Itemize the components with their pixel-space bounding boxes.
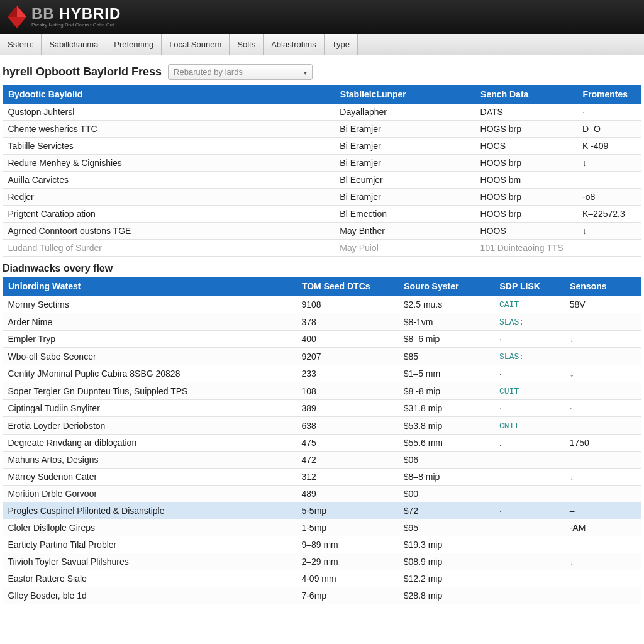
cell: 108 <box>296 382 398 400</box>
cell: Bl Eeumjer <box>335 172 475 189</box>
cell: $19.3 mip <box>399 536 494 553</box>
tab-bar: Sstern: Sabillchanma Prefenning Local So… <box>0 34 644 55</box>
cell: CUIT <box>494 382 565 400</box>
down-arrow-icon: ↓ <box>570 557 574 567</box>
table-row[interactable]: Agrned Conntoort oustons TGEMay BntherHO… <box>3 223 641 240</box>
cell: $12.2 mip <box>399 570 494 587</box>
cell <box>494 536 565 553</box>
table-row[interactable]: Glley Bosder, ble 1d7-6mp$28.8 mip <box>3 587 641 604</box>
cell: $06 <box>399 452 494 469</box>
cell <box>565 452 641 469</box>
cell: HOGS brp <box>475 121 577 138</box>
table-row[interactable]: Cenlity JMoninal Puplic Cabira 8SBG 2082… <box>3 365 641 382</box>
tab-type[interactable]: Type <box>325 34 358 55</box>
cell: HOOS brp <box>475 189 577 206</box>
diamond-icon <box>6 4 28 30</box>
cell: 4-09 mm <box>296 570 398 587</box>
cell: May Puiol <box>335 240 475 257</box>
cell: Bi Eramjer <box>335 138 475 155</box>
filter-select[interactable]: Rebaruted by lards ▾ <box>168 64 313 80</box>
table-row[interactable]: Earticty Partino Tilal Probler9–89 mm$19… <box>3 536 641 553</box>
cell: Mornry Sectims <box>3 296 297 313</box>
table-row[interactable]: RedjerBi EramjerHOOS brp-o8 <box>3 189 641 206</box>
table-row[interactable]: Chente wesherics TTCBi EramjerHOGS brpD–… <box>3 121 641 138</box>
cell: -o8 <box>577 189 641 206</box>
cell: $72 <box>399 502 494 519</box>
col-bydootic[interactable]: Bydootic Baylolid <box>3 86 335 104</box>
table-row[interactable]: Arder Nime378$8-1vmSLAS: <box>3 313 641 331</box>
table-row[interactable]: Morition Drble Gorvoor489$00 <box>3 486 641 502</box>
topbar: BB HYBRID Prestry Noting Dod Conm.t Cnit… <box>0 0 644 34</box>
table-row[interactable]: Erotia Loyder Deriobston638$53.8 mipCNIT <box>3 417 641 435</box>
table-row[interactable]: Tabiille ServictesBi EramjerHOCSK -409 <box>3 138 641 155</box>
brand-name: BB HYBRID <box>31 6 121 21</box>
table-row[interactable]: Auilla CarvictesBl EeumjerHOOS bm <box>3 172 641 189</box>
cell <box>494 469 565 486</box>
col-sdp[interactable]: SDP LISK <box>494 277 565 296</box>
col-tom-seed[interactable]: TOM Seed DTCs <box>296 277 398 296</box>
cell: Auilla Carvictes <box>3 172 335 189</box>
table-row[interactable]: Märroy Sudenon Cater312$8–8 mip↓ <box>3 469 641 486</box>
table-row[interactable]: Soper Tergler Gn Dupnteu Tius, Suippled … <box>3 382 641 400</box>
filter-placeholder: Rebaruted by lards <box>174 67 243 77</box>
cell: Ludand Tulleg of Surder <box>3 240 335 257</box>
col-sensons[interactable]: Sensons <box>565 277 641 296</box>
cell <box>494 570 565 587</box>
table-row[interactable]: Redure Menhey & CignishiesBi EramjerHOOS… <box>3 155 641 172</box>
cell <box>494 519 565 536</box>
chevron-down-icon: ▾ <box>304 69 307 75</box>
table-row[interactable]: Eastor Rattere Siale4-09 mm$12.2 mip <box>3 570 641 587</box>
table-row[interactable]: Cloler Disllople Gireps1-5mp$95-AM <box>3 519 641 536</box>
diadnwacks-table: Unlording Watest TOM Seed DTCs Souro Sys… <box>3 277 641 604</box>
down-arrow-icon: ↓ <box>582 226 587 236</box>
cell: Tiivioh Toyler Savual Plilshures <box>3 553 297 570</box>
tab-sabillchanma[interactable]: Sabillchanma <box>42 34 106 55</box>
cell: 233 <box>296 365 398 382</box>
col-stablel[interactable]: StabllelcLunper <box>335 86 475 104</box>
cell: May Bnther <box>335 223 475 240</box>
cell: 489 <box>296 486 398 502</box>
table-row[interactable]: Wbo-oll Sabe Seoncer9207$85SLAS: <box>3 348 641 365</box>
cell <box>565 417 641 435</box>
cell: $95 <box>399 519 494 536</box>
table-row[interactable]: Degreate Rnvdang ar dibloçation475$55.6 … <box>3 435 641 452</box>
col-sench[interactable]: Sench Data <box>475 86 577 104</box>
sdp-code: CAIT <box>499 300 519 309</box>
table-row[interactable]: Mornry Sectims9108$2.5 mu.sCAIT58V <box>3 296 641 313</box>
table-row[interactable]: Progles Cuspinel Plilonted & Disanstiple… <box>3 502 641 519</box>
cell: Tabiille Servictes <box>3 138 335 155</box>
cell <box>565 486 641 502</box>
tab-solts[interactable]: Solts <box>230 34 264 55</box>
table-row[interactable]: Empler Tryp400$8–6 mip·↓ <box>3 331 641 348</box>
col-souro[interactable]: Souro Syster <box>399 277 494 296</box>
cell: 101 Duinteaoing TTS <box>475 240 577 257</box>
table-row[interactable]: Ciptingal Tudiin Snyliter389$31.8 mip·· <box>3 400 641 417</box>
cell: -AM <box>565 519 641 536</box>
cell: Soper Tergler Gn Dupnteu Tius, Suippled … <box>3 382 297 400</box>
cell: 9108 <box>296 296 398 313</box>
table-header-row: Unlording Watest TOM Seed DTCs Souro Sys… <box>3 277 641 296</box>
tab-ablastrotims[interactable]: Ablastrotims <box>264 34 325 55</box>
cell <box>494 553 565 570</box>
col-unlording[interactable]: Unlording Watest <box>3 277 297 296</box>
cell: Redjer <box>3 189 335 206</box>
cell: HOOS bm <box>475 172 577 189</box>
cell: · <box>577 104 641 121</box>
tab-prefenning[interactable]: Prefenning <box>106 34 162 55</box>
sdp-code: SLAS: <box>499 352 524 362</box>
table-row[interactable]: Mahuns Artos, Designs472$06 <box>3 452 641 469</box>
table-row[interactable]: Tiivioh Toyler Savual Plilshures2–29 mm$… <box>3 553 641 570</box>
cell: $8–8 mip <box>399 469 494 486</box>
cell: $53.8 mip <box>399 417 494 435</box>
tab-local-sounem[interactable]: Local Sounem <box>162 34 230 55</box>
table-row[interactable]: Qustöpn JuhterslDayallapherDATS· <box>3 104 641 121</box>
table-header-row: Bydootic Baylolid StabllelcLunper Sench … <box>3 86 641 104</box>
table-row[interactable]: Ludand Tulleg of SurderMay Puiol101 Duin… <box>3 240 641 257</box>
cell: Bi Eramjer <box>335 121 475 138</box>
cell: SLAS: <box>494 348 565 365</box>
svg-marker-1 <box>17 6 26 17</box>
table-row[interactable]: Prigtent Caratiop ationBl EmectionHOOS b… <box>3 206 641 223</box>
down-arrow-icon: ↓ <box>570 334 574 344</box>
col-fromentes[interactable]: Fromentes <box>577 86 641 104</box>
tab-system[interactable]: Sstern: <box>0 34 42 55</box>
